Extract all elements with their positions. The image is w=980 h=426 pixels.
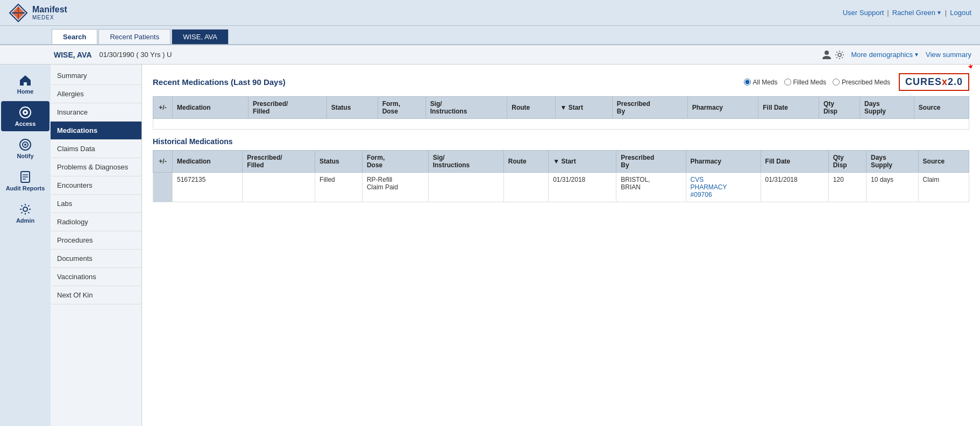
svg-point-5 xyxy=(825,51,829,55)
col-start-hist[interactable]: ▼ Start xyxy=(549,151,616,173)
sidebar-item-vaccinations[interactable]: Vaccinations xyxy=(51,268,141,286)
col-start-recent[interactable]: ▼ Start xyxy=(556,97,612,119)
nav-access[interactable]: Access xyxy=(1,101,49,131)
sidebar-item-next-of-kin[interactable]: Next Of Kin xyxy=(51,286,141,304)
red-arrow: ➘ xyxy=(962,65,978,73)
more-demographics-link[interactable]: More demographics ▼ xyxy=(851,51,919,59)
svg-point-17 xyxy=(23,207,27,211)
content-area: Recent Medications (Last 90 Days) All Me… xyxy=(142,65,980,426)
patient-bar: WISE, AVA 01/30/1990 ( 30 Yrs ) U More d… xyxy=(0,45,980,65)
sub-sidebar: Summary Allergies Insurance Medications … xyxy=(51,65,142,426)
col-status-recent: Status xyxy=(326,97,378,119)
sidebar-item-documents[interactable]: Documents xyxy=(51,250,141,268)
filter-prescribed-meds[interactable]: Prescribed Meds xyxy=(833,79,890,86)
svg-point-6 xyxy=(838,53,841,56)
row-prescribed-by: BRISTOL,BRIAN xyxy=(616,173,686,202)
logo-area: Manifest MEDEX xyxy=(9,3,67,23)
col-status-hist: Status xyxy=(315,151,363,173)
sidebar-item-allergies[interactable]: Allergies xyxy=(51,85,141,103)
logo-title: Manifest xyxy=(32,5,67,15)
col-days-supply-hist: DaysSupply xyxy=(867,151,919,173)
col-pharmacy-recent: Pharmacy xyxy=(687,97,758,119)
sep1: | xyxy=(887,9,889,17)
row-plus-minus xyxy=(153,173,173,202)
gear-icon xyxy=(835,50,844,60)
nav-notify[interactable]: Notify xyxy=(1,133,49,164)
patient-dob: 01/30/1990 ( 30 Yrs ) U xyxy=(100,51,172,59)
row-qty-disp: 120 xyxy=(828,173,866,202)
pharmacy-link[interactable]: CVSPHARMACY#09706 xyxy=(691,176,727,198)
sidebar-item-encounters[interactable]: Encounters xyxy=(51,176,141,195)
cures-button[interactable]: CURESx2.0 xyxy=(899,73,969,91)
logo-icon xyxy=(9,3,28,23)
row-form-dose: RP-RefillClaim Paid xyxy=(362,173,428,202)
sidebar-item-medications[interactable]: Medications xyxy=(51,122,141,140)
col-route-recent: Route xyxy=(507,97,556,119)
col-medication-recent: Medication xyxy=(173,97,248,119)
logout-link[interactable]: Logout xyxy=(950,9,971,17)
row-pharmacy: CVSPHARMACY#09706 xyxy=(686,173,761,202)
sidebar-item-procedures[interactable]: Procedures xyxy=(51,231,141,250)
audit-icon xyxy=(18,170,32,184)
col-prescribed-by-hist: PrescribedBy xyxy=(616,151,686,173)
top-header: Manifest MEDEX User Support | Rachel Gre… xyxy=(0,0,980,26)
svg-point-9 xyxy=(24,111,26,113)
tab-search[interactable]: Search xyxy=(52,29,97,44)
row-fill-date: 01/31/2018 xyxy=(761,173,828,202)
nav-home[interactable]: Home xyxy=(1,69,49,99)
nav-access-label: Access xyxy=(15,120,36,127)
col-fill-date-hist: Fill Date xyxy=(761,151,828,173)
view-summary-link[interactable]: View summary xyxy=(926,51,971,59)
notify-icon xyxy=(18,138,32,152)
col-plus-minus-recent: +/- xyxy=(153,97,173,119)
patient-icons xyxy=(822,50,844,60)
col-form-dose-recent: Form,Dose xyxy=(378,97,425,119)
recent-section-title: Recent Medications (Last 90 Days) xyxy=(153,77,286,87)
row-prescribed-filled xyxy=(243,173,315,202)
nav-audit-label: Audit Reports xyxy=(6,185,45,191)
tab-bar: Search Recent Patients WISE, AVA xyxy=(0,26,980,45)
col-sig-hist: Sig/Instructions xyxy=(428,151,503,173)
main-layout: Home Access Notify xyxy=(0,65,980,426)
tab-wise-ava[interactable]: WISE, AVA xyxy=(172,29,229,44)
admin-icon xyxy=(18,202,32,216)
nav-home-label: Home xyxy=(17,88,34,95)
recent-meds-empty-row xyxy=(153,119,969,130)
recent-meds-header: Recent Medications (Last 90 Days) All Me… xyxy=(153,73,969,91)
nav-audit[interactable]: Audit Reports xyxy=(1,166,49,196)
row-sig xyxy=(428,173,503,202)
sidebar-item-claims-data[interactable]: Claims Data xyxy=(51,140,141,158)
col-source-hist: Source xyxy=(918,151,969,173)
row-days-supply: 10 days xyxy=(867,173,919,202)
sidebar-item-problems[interactable]: Problems & Diagnoses xyxy=(51,158,141,176)
user-support-link[interactable]: User Support xyxy=(843,9,884,17)
col-prescribed-filled-hist: Prescribed/Filled xyxy=(243,151,315,173)
sidebar-item-insurance[interactable]: Insurance xyxy=(51,103,141,122)
filter-filled-meds[interactable]: Filled Meds xyxy=(784,79,826,86)
sidebar-item-summary[interactable]: Summary xyxy=(51,67,141,85)
user-name-link[interactable]: Rachel Green ▼ xyxy=(892,9,942,17)
col-prescribed-by-recent: PrescribedBy xyxy=(612,97,687,119)
left-nav: Home Access Notify xyxy=(0,65,51,426)
cures-button-wrapper: ➘ CURESx2.0 xyxy=(899,73,969,91)
patient-name: WISE, AVA xyxy=(54,51,92,59)
col-qty-disp-recent: QtyDisp xyxy=(819,97,860,119)
nav-admin-label: Admin xyxy=(16,217,34,224)
logo-text: Manifest MEDEX xyxy=(32,5,67,20)
col-days-supply-recent: DaysSupply xyxy=(860,97,914,119)
col-sig-recent: Sig/Instructions xyxy=(425,97,507,119)
filter-all-meds[interactable]: All Meds xyxy=(744,79,778,86)
col-fill-date-recent: Fill Date xyxy=(758,97,819,119)
tab-recent-patients[interactable]: Recent Patients xyxy=(98,29,171,44)
col-source-recent: Source xyxy=(914,97,969,119)
row-source: Claim xyxy=(918,173,969,202)
sep2: | xyxy=(945,9,947,17)
col-route-hist: Route xyxy=(503,151,548,173)
patient-bar-right: More demographics ▼ View summary xyxy=(822,50,971,60)
nav-admin[interactable]: Admin xyxy=(1,198,49,228)
cures-x: x xyxy=(942,76,948,87)
sidebar-item-labs[interactable]: Labs xyxy=(51,195,141,213)
sidebar-item-radiology[interactable]: Radiology xyxy=(51,213,141,231)
recent-meds-table: +/- Medication Prescribed/Filled Status … xyxy=(153,96,969,130)
historical-section-title: Historical Medications xyxy=(153,137,969,146)
